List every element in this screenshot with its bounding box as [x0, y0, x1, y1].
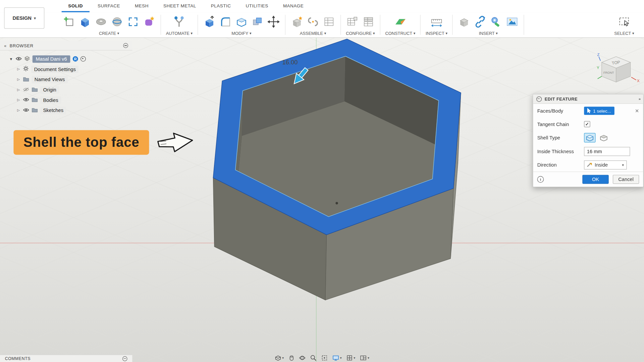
- measure-icon[interactable]: [430, 15, 443, 28]
- select-menu[interactable]: SELECT▾: [614, 31, 634, 36]
- shell-tool-icon[interactable]: [235, 15, 248, 28]
- tab-utilities[interactable]: UTILITIES: [239, 0, 275, 12]
- faces-selection-chip[interactable]: 1 selec...: [584, 107, 614, 115]
- new-component-icon[interactable]: [290, 15, 304, 28]
- browser-item-document-settings[interactable]: ▷ Document Settings: [0, 64, 132, 74]
- tab-sheet-metal[interactable]: SHEET METAL: [157, 0, 203, 12]
- direction-dropdown[interactable]: Inside ▾: [584, 160, 627, 169]
- automate-icon[interactable]: [173, 15, 186, 28]
- dialog-header[interactable]: EDIT FEATURE »: [533, 95, 643, 104]
- sweep-sphere-icon[interactable]: [110, 15, 123, 28]
- y-axis-arrow: [598, 76, 602, 79]
- view-cube[interactable]: TOP FRONT Y Z X: [593, 48, 641, 87]
- workspace-tabs: SOLID SURFACE MESH SHEET METAL PLASTIC U…: [62, 0, 310, 12]
- configure-menu[interactable]: CONFIGURE▾: [346, 31, 375, 36]
- expand-triangle-icon[interactable]: ▷: [16, 88, 20, 92]
- visibility-eye-icon[interactable]: [23, 107, 29, 113]
- insert-menu[interactable]: INSERT▾: [479, 31, 498, 36]
- faces-selection-count: 1 selec...: [593, 108, 611, 113]
- tab-surface[interactable]: SURFACE: [91, 0, 126, 12]
- construct-menu[interactable]: CONSTRUCT▾: [385, 31, 415, 36]
- expand-dialog-icon[interactable]: »: [639, 97, 640, 101]
- move-copy-icon[interactable]: [267, 15, 280, 28]
- browser-tree: ▼ Masal Dani v6 R ▷ Document Settings ▷ …: [0, 51, 132, 115]
- insert-link-icon[interactable]: [474, 15, 487, 28]
- cancel-button[interactable]: Cancel: [613, 175, 639, 184]
- combine-icon[interactable]: [251, 15, 264, 28]
- construct-plane-icon[interactable]: [394, 15, 407, 28]
- configuration-icon[interactable]: [346, 15, 359, 28]
- folder-icon: [32, 86, 38, 93]
- expand-triangle-icon[interactable]: ▷: [16, 108, 20, 112]
- insert-fastener-icon[interactable]: [490, 15, 503, 28]
- orbit-tool[interactable]: [299, 355, 306, 361]
- automate-menu[interactable]: AUTOMATE▾: [166, 31, 193, 36]
- browser-item-bodies[interactable]: ▷ Bodies: [0, 95, 132, 105]
- create-sketch-icon[interactable]: [62, 15, 75, 28]
- folder-icon: [32, 107, 38, 114]
- modify-menu[interactable]: MODIFY▾: [231, 31, 251, 36]
- inspect-menu[interactable]: INSPECT▾: [426, 31, 447, 36]
- toolbar-group-automate: AUTOMATE▾: [161, 12, 198, 38]
- insert-derive-icon[interactable]: [458, 15, 471, 28]
- browser-item-root[interactable]: ▼ Masal Dani v6 R: [0, 54, 132, 64]
- create-form-icon[interactable]: [143, 15, 156, 28]
- expand-triangle-icon[interactable]: ▷: [16, 77, 20, 81]
- tab-mesh[interactable]: MESH: [128, 0, 155, 12]
- visibility-eye-icon[interactable]: [16, 56, 22, 62]
- dropdown-caret-icon: ▾: [324, 31, 326, 35]
- browser-item-named-views[interactable]: ▷ Named Views: [0, 74, 132, 85]
- tab-manage[interactable]: MANAGE: [276, 0, 310, 12]
- visibility-eye-icon[interactable]: [23, 97, 29, 103]
- x-axis-arrow: [631, 77, 636, 80]
- file-display-menu[interactable]: ▾: [275, 355, 284, 361]
- display-settings-menu[interactable]: ▾: [332, 355, 342, 361]
- root-component-label[interactable]: Masal Dani v6: [33, 55, 70, 63]
- bom-table-icon[interactable]: [322, 15, 335, 28]
- joint-icon[interactable]: [306, 15, 319, 28]
- fit-view-tool[interactable]: [321, 355, 328, 361]
- pan-hand-tool[interactable]: [288, 355, 294, 361]
- direction-value: Inside: [595, 162, 608, 168]
- toolbar-separator: [524, 15, 524, 35]
- direction-option-icon: [587, 162, 592, 167]
- tab-plastic[interactable]: PLASTIC: [204, 0, 237, 12]
- configuration-table-icon[interactable]: [362, 15, 375, 28]
- shell-type-inside-button[interactable]: [584, 133, 595, 142]
- create-menu[interactable]: CREATE▾: [99, 31, 119, 36]
- ok-button[interactable]: OK: [582, 175, 608, 184]
- expand-triangle-icon[interactable]: ▷: [16, 98, 20, 102]
- browser-item-sketches[interactable]: ▷ Sketches: [0, 105, 132, 115]
- select-tool-icon[interactable]: [618, 15, 631, 28]
- viewports-menu[interactable]: ▾: [360, 355, 369, 361]
- expand-triangle-icon[interactable]: ▼: [9, 57, 13, 61]
- assemble-menu[interactable]: ASSEMBLE▾: [300, 31, 326, 36]
- extrude-icon[interactable]: [78, 15, 92, 28]
- activate-component-radio-icon[interactable]: [80, 56, 86, 62]
- inside-thickness-input[interactable]: [584, 147, 630, 156]
- insert-canvas-icon[interactable]: [506, 15, 519, 28]
- comments-bar[interactable]: COMMENTS: [0, 355, 132, 362]
- expand-triangle-icon[interactable]: ▷: [16, 67, 20, 71]
- browser-options-icon[interactable]: [123, 43, 128, 48]
- revolve-icon[interactable]: [95, 15, 108, 28]
- zoom-tool[interactable]: [310, 355, 317, 361]
- dropdown-caret-icon: ▾: [445, 31, 447, 35]
- fillet-icon[interactable]: [219, 15, 232, 28]
- shell-type-label: Shell Type: [537, 135, 584, 140]
- design-workspace-selector[interactable]: DESIGN ▾: [4, 7, 44, 29]
- pattern-icon[interactable]: [126, 15, 140, 28]
- comments-options-icon[interactable]: [122, 356, 127, 361]
- browser-collapse-icon[interactable]: «: [4, 43, 6, 48]
- browser-item-origin[interactable]: ▷ Origin: [0, 84, 132, 95]
- visibility-eye-off-icon[interactable]: [23, 87, 29, 93]
- press-pull-icon[interactable]: [203, 15, 216, 28]
- clear-selection-icon[interactable]: ✕: [635, 108, 639, 113]
- collapse-dialog-icon[interactable]: [536, 96, 542, 102]
- shell-type-both-button[interactable]: [598, 133, 609, 142]
- fusion-window: 16.00 SOLID SURFACE MESH SHEET METAL PLA…: [0, 0, 644, 362]
- info-icon[interactable]: i: [537, 176, 544, 183]
- tab-solid[interactable]: SOLID: [62, 0, 90, 12]
- grid-snap-menu[interactable]: ▾: [346, 355, 355, 361]
- tangent-chain-checkbox[interactable]: ✓: [584, 121, 590, 127]
